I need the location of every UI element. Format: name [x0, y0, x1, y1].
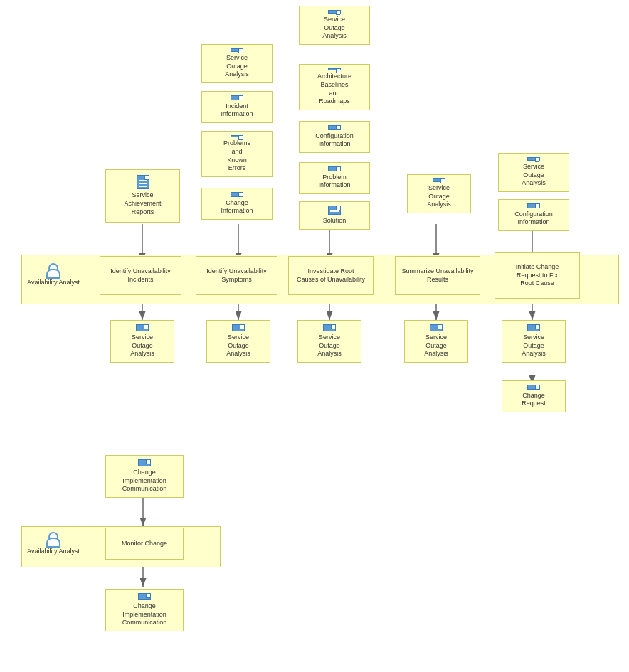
soa-left[interactable]: ServiceOutageAnalysis	[201, 44, 273, 83]
soa-out-4[interactable]: ServiceOutageAnalysis	[404, 320, 468, 363]
solution[interactable]: Solution	[299, 201, 370, 230]
initiate-change-request[interactable]: Initiate ChangeRequest to FixRoot Cause	[495, 252, 580, 299]
doc-icon-problem	[328, 166, 341, 171]
doc-icon-soa-left	[231, 48, 243, 52]
soa-out-3[interactable]: ServiceOutageAnalysis	[297, 320, 361, 363]
soa-out-5[interactable]: ServiceOutageAnalysis	[502, 320, 566, 363]
doc-icon-sar	[137, 175, 149, 189]
doc-icon-cr	[527, 385, 540, 390]
doc-icon-cic1	[138, 459, 151, 466]
person-icon-1	[46, 263, 60, 279]
soa-top-center[interactable]: ServiceOutageAnalysis	[299, 6, 370, 45]
doc-icon-config-c	[328, 125, 341, 130]
doc-icon-soa-r	[433, 178, 445, 182]
identify-unavailability-symptoms[interactable]: Identify UnavailabilitySymptoms	[196, 256, 278, 295]
change-impl-comm-2[interactable]: ChangeImplementationCommunication	[105, 589, 184, 631]
person-icon-2	[46, 532, 60, 548]
doc-icon-change	[231, 192, 243, 197]
service-achievement-reports[interactable]: ServiceAchievementReports	[105, 169, 180, 223]
doc-icon-out3	[323, 324, 336, 331]
doc-icon-problems	[231, 135, 243, 137]
soa-far-right[interactable]: ServiceOutageAnalysis	[498, 153, 569, 192]
availability-analyst-1-label: Availability Analyst	[27, 279, 80, 287]
problems-known-errors[interactable]: ProblemsandKnownErrors	[201, 131, 273, 177]
config-info-center[interactable]: ConfigurationInformation	[299, 121, 370, 153]
monitor-change[interactable]: Monitor Change	[105, 528, 184, 560]
doc-icon-out4	[430, 324, 443, 331]
doc-icon-soa-fr	[527, 157, 540, 161]
config-info-right[interactable]: ConfigurationInformation	[498, 199, 569, 231]
doc-icon-out5	[527, 324, 540, 331]
availability-analyst-2: Availability Analyst	[25, 532, 82, 556]
soa-right[interactable]: ServiceOutageAnalysis	[407, 174, 471, 213]
summarize-unavailability[interactable]: Summarize UnavailabilityResults	[395, 256, 480, 295]
doc-icon-out1	[136, 324, 149, 331]
doc-icon-cic2	[138, 593, 151, 600]
diagram-canvas: Availability Analyst Identify Unavailabi…	[0, 0, 629, 672]
identify-unavailability-incidents[interactable]: Identify UnavailabilityIncidents	[100, 256, 181, 295]
problem-info[interactable]: ProblemInformation	[299, 162, 370, 194]
availability-analyst-1: Availability Analyst	[25, 263, 82, 287]
doc-icon-config-r	[527, 203, 540, 208]
soa-out-1[interactable]: ServiceOutageAnalysis	[110, 320, 174, 363]
change-info[interactable]: ChangeInformation	[201, 188, 273, 220]
investigate-root-causes[interactable]: Investigate RootCauses of Unavailability	[288, 256, 374, 295]
doc-icon-out2	[232, 324, 245, 331]
soa-out-2[interactable]: ServiceOutageAnalysis	[206, 320, 270, 363]
doc-icon-arch	[328, 68, 341, 70]
change-impl-comm-1[interactable]: ChangeImplementationCommunication	[105, 455, 184, 498]
doc-icon-soa-top	[328, 10, 341, 14]
architecture-baselines[interactable]: ArchitectureBaselinesandRoadmaps	[299, 64, 370, 110]
incident-info[interactable]: IncidentInformation	[201, 91, 273, 123]
doc-icon-solution	[328, 206, 341, 215]
availability-analyst-2-label: Availability Analyst	[27, 548, 80, 556]
doc-icon-incident	[231, 95, 243, 100]
change-request-out[interactable]: ChangeRequest	[502, 380, 566, 412]
